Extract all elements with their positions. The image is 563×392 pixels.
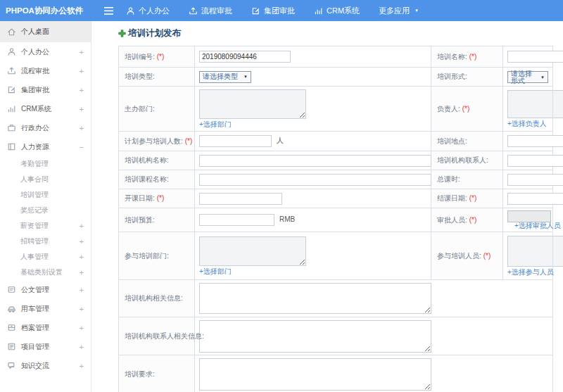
picker-link[interactable]: +选择部门: [199, 121, 232, 128]
form-textarea[interactable]: [199, 358, 431, 391]
picker-link[interactable]: +选择部门: [199, 268, 232, 275]
top-nav-item[interactable]: 更多应用▼: [379, 6, 419, 16]
sidebar-item[interactable]: 个人办公+: [0, 42, 91, 61]
form-text-input[interactable]: [507, 51, 563, 63]
sidebar-subitem[interactable]: 奖惩记录: [0, 203, 91, 218]
sidebar-subitem-label: 招聘管理: [20, 236, 49, 246]
field-label-cell: 参与培训人员:(*): [431, 232, 503, 280]
field-label: 负责人:: [437, 105, 460, 113]
form-text-input[interactable]: [507, 135, 563, 147]
field-label-cell: 培训编号:(*): [119, 46, 195, 68]
field-label: 结课日期:: [437, 194, 467, 202]
required-marker: (*): [185, 137, 193, 145]
field-label-cell: 计划参与培训人数:(*): [119, 132, 195, 151]
sidebar-item[interactable]: 知识交流+: [0, 356, 91, 375]
field-input-cell: [503, 132, 553, 151]
required-marker: (*): [469, 194, 477, 202]
expand-plus-icon: +: [80, 324, 84, 332]
sidebar-item[interactable]: 项目管理+: [0, 337, 91, 356]
briefcase-icon: [7, 123, 16, 132]
nav-item-label: 流程审批: [201, 6, 232, 16]
sidebar-item[interactable]: 个人桌面: [0, 21, 91, 42]
field-wrap: [199, 358, 548, 391]
chevron-down-icon: ▼: [540, 75, 545, 80]
field-label: 总课时:: [437, 175, 460, 183]
field-wrap: [507, 51, 548, 63]
sidebar-item-label: 档案管理: [21, 323, 49, 333]
field-label-cell: 培训机构联系人:: [431, 151, 503, 170]
form-row: 培训课程名称:总课时:: [119, 170, 553, 189]
form-textarea[interactable]: [507, 90, 563, 118]
sidebar-item[interactable]: 流程审批+: [0, 61, 91, 80]
form-row: 培训机构相关信息:: [119, 280, 553, 317]
sidebar-item[interactable]: 集团审批+: [0, 80, 91, 99]
sidebar-subitem[interactable]: 培训管理: [0, 187, 91, 203]
sidebar-item[interactable]: 人力资源−: [0, 137, 91, 156]
sidebar-subitem[interactable]: 招聘管理+: [0, 234, 91, 249]
top-nav-item[interactable]: CRM系统: [314, 6, 360, 16]
select-value: 请选择形式: [511, 70, 535, 84]
form-row: 培训要求:: [119, 355, 553, 392]
upload-icon: [7, 66, 16, 75]
form-text-input[interactable]: [199, 155, 431, 167]
sidebar-item-label: 项目管理: [21, 342, 49, 352]
sidebar-item[interactable]: 用车管理+: [0, 299, 91, 318]
field-label-cell: 参与培训部门:: [119, 232, 195, 280]
field-input-cell: [195, 151, 431, 170]
field-input-cell: [195, 280, 553, 317]
form-text-input[interactable]: [199, 135, 272, 147]
field-label-cell: 主办部门:: [119, 87, 195, 132]
form-text-input[interactable]: [507, 155, 563, 167]
top-nav-item[interactable]: 个人办公: [126, 6, 170, 16]
sidebar-subitem-label: 基础类别设置: [20, 267, 63, 277]
sidebar-item[interactable]: 行政办公+: [0, 118, 91, 137]
form-text-input[interactable]: [507, 193, 563, 205]
top-nav-item[interactable]: 集团审批: [251, 6, 295, 16]
sidebar-subitem[interactable]: 基础类别设置+: [0, 265, 91, 280]
field-label-cell: 培训类型:: [119, 68, 195, 87]
field-input-cell: 请选择形式▼: [503, 68, 553, 87]
form-textarea[interactable]: [507, 236, 563, 267]
picker-link[interactable]: +选择参与人员: [507, 269, 554, 276]
field-label: 参与培训人员:: [437, 252, 481, 260]
form-text-input[interactable]: [199, 51, 291, 63]
field-wrap: +选择负责人: [507, 90, 548, 127]
sidebar-subitem[interactable]: 薪资管理+: [0, 218, 91, 234]
form-text-input[interactable]: [199, 214, 274, 226]
picker-link[interactable]: +选择审批人员: [514, 222, 561, 229]
required-marker: (*): [469, 53, 477, 61]
sidebar-item[interactable]: CRM系统+: [0, 99, 91, 118]
expand-plus-icon: +: [80, 343, 84, 351]
picker-link[interactable]: +选择负责人: [507, 120, 547, 127]
sidebar-subitem[interactable]: 人事管理+: [0, 249, 91, 265]
form-text-input[interactable]: [507, 210, 551, 222]
required-marker: (*): [157, 194, 165, 202]
sidebar-subitem[interactable]: 人事合同: [0, 172, 91, 187]
expand-plus-icon: +: [80, 268, 84, 277]
sidebar-subitem[interactable]: 考勤管理: [0, 156, 91, 172]
form-textarea[interactable]: [199, 320, 431, 353]
form-select[interactable]: 请选择类型▼: [199, 71, 251, 83]
field-wrap: RMB: [199, 214, 426, 226]
top-nav-item[interactable]: 流程审批: [189, 6, 232, 16]
sidebar-item[interactable]: 公文管理+: [0, 280, 91, 299]
field-label: 培训形式:: [437, 72, 467, 80]
form-row: 培训编号:(*)培训名称:(*): [119, 46, 553, 68]
form-textarea[interactable]: [199, 283, 431, 314]
form-text-input[interactable]: [199, 174, 431, 186]
form-row: 培训机构名称:培训机构联系人:: [119, 151, 553, 170]
field-label-cell: 培训形式:: [431, 68, 503, 87]
user-icon: [7, 47, 16, 56]
form-textarea[interactable]: [199, 236, 306, 266]
archive-icon: [7, 323, 16, 332]
hamburger-menu-icon[interactable]: [104, 7, 113, 15]
sidebar-item-label: 集团审批: [21, 85, 49, 95]
sidebar-item-label: 公文管理: [21, 285, 49, 295]
form-select[interactable]: 请选择形式▼: [507, 71, 548, 83]
sidebar-item[interactable]: 档案管理+: [0, 318, 91, 337]
form-textarea[interactable]: [199, 89, 306, 119]
expand-plus-icon: +: [80, 222, 84, 230]
field-label-cell: 负责人:(*): [431, 87, 503, 132]
form-text-input[interactable]: [199, 193, 282, 205]
form-text-input[interactable]: [507, 174, 563, 186]
